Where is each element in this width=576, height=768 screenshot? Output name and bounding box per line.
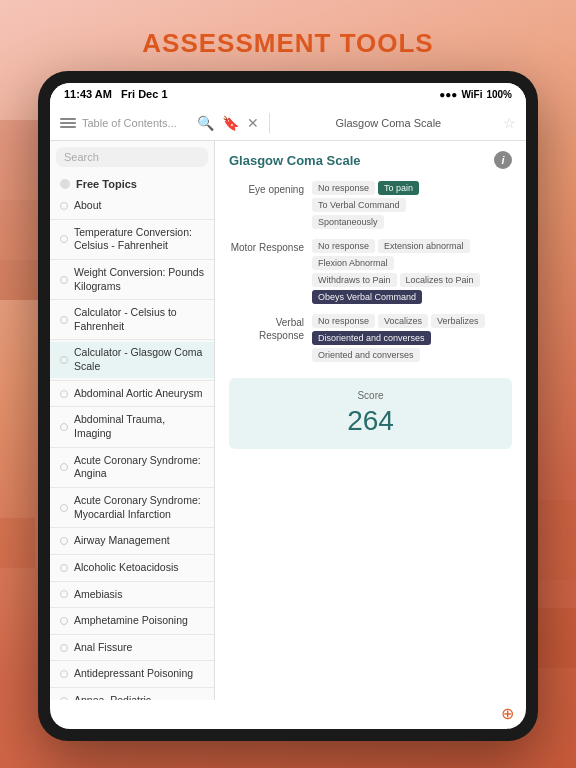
eye-opening-line-1: No response To pain To Verbal Command [312,181,512,212]
sidebar-item-13[interactable]: Anal Fissure [50,637,214,659]
signal-icon: ●●● [439,89,457,100]
sidebar-separator-3 [50,339,214,340]
toc-label[interactable]: Table of Contents... [82,117,191,129]
sidebar-separator-11 [50,607,214,608]
motor-flexion-abnormal[interactable]: Flexion Abnormal [312,256,394,270]
ipad-screen: 11:43 AM Fri Dec 1 ●●● WiFi 100% Table o… [50,83,526,729]
motor-withdraws[interactable]: Withdraws to Pain [312,273,397,287]
sidebar-section-free-topics: Free Topics [50,173,214,195]
eye-spontaneously[interactable]: Spontaneously [312,215,384,229]
sidebar-item-text-7: Acute Coronary Syndrome: Angina [74,454,204,481]
sidebar-item-11[interactable]: Amebiasis [50,584,214,606]
sidebar-item-2[interactable]: Weight Conversion: Pounds Kilograms [50,262,214,297]
nav-icons: 🔍 🔖 ✕ [197,115,259,131]
sidebar-dot-12 [60,617,68,625]
sidebar-separator-6 [50,447,214,448]
verbal-no-response[interactable]: No response [312,314,375,328]
sidebar-item-text-4: Calculator - Glasgow Coma Scale [74,346,204,373]
eye-opening-line-2: Spontaneously [312,215,512,229]
wifi-icon: WiFi [461,89,482,100]
verbal-disoriented[interactable]: Disoriented and converses [312,331,431,345]
sidebar-item-text-5: Abdominal Aortic Aneurysm [74,387,202,401]
eye-to-pain[interactable]: To pain [378,181,419,195]
sidebar-item-15[interactable]: Apnea, Pediatric [50,690,214,700]
nav-page-title: Glasgow Coma Scale [280,117,497,129]
sidebar-item-text-10: Alcoholic Ketoacidosis [74,561,178,575]
sidebar-dot-5 [60,390,68,398]
sidebar-dot-0 [60,202,68,210]
motor-extension-abnormal[interactable]: Extension abnormal [378,239,470,253]
motor-response-options: No response Extension abnormal Flexion A… [312,239,512,304]
verbal-oriented[interactable]: Oriented and converses [312,348,420,362]
sidebar-item-1[interactable]: Temperature Conversion: Celsius - Fahren… [50,222,214,257]
status-time: 11:43 AM Fri Dec 1 [64,88,168,100]
sidebar-item-text-8: Acute Coronary Syndrome: Myocardial Infa… [74,494,204,521]
sidebar-dot-14 [60,670,68,678]
eye-no-response[interactable]: No response [312,181,375,195]
section-dot [60,179,70,189]
nav-divider [269,113,270,133]
sidebar-item-8[interactable]: Acute Coronary Syndrome: Myocardial Infa… [50,490,214,525]
content-area: Search Free Topics About Temperature Con… [50,141,526,700]
sidebar-item-12[interactable]: Amphetamine Poisoning [50,610,214,632]
verbal-vocalizes[interactable]: Vocalizes [378,314,428,328]
sidebar-dot-7 [60,463,68,471]
close-icon[interactable]: ✕ [247,115,259,131]
sidebar-item-text-9: Airway Management [74,534,170,548]
sidebar-separator-12 [50,634,214,635]
sidebar-item-9[interactable]: Airway Management [50,530,214,552]
motor-no-response[interactable]: No response [312,239,375,253]
verbal-verbalizes[interactable]: Verbalizes [431,314,485,328]
sidebar-item-10[interactable]: Alcoholic Ketoacidosis [50,557,214,579]
sidebar-item-text-13: Anal Fissure [74,641,132,655]
sidebar-item-3[interactable]: Calculator - Celsius to Fahrenheit [50,302,214,337]
motor-localizes[interactable]: Localizes to Pain [400,273,480,287]
search-icon[interactable]: 🔍 [197,115,214,131]
sidebar-dot-4 [60,356,68,364]
menu-icon[interactable] [60,118,76,128]
bookmark-icon[interactable]: ☆ [503,115,516,131]
sidebar-separator-2 [50,299,214,300]
verbal-response-options: No response Vocalizes Verbalizes Disorie… [312,314,512,362]
sidebar-item-text-12: Amphetamine Poisoning [74,614,188,628]
sidebar-separator-1 [50,259,214,260]
sidebar-dot-10 [60,564,68,572]
sidebar-item-6[interactable]: Abdominal Trauma, Imaging [50,409,214,444]
motor-response-row: Motor Response No response Extension abn… [229,239,512,304]
score-value: 264 [241,405,500,437]
sidebar-item-4[interactable]: Calculator - Glasgow Coma Scale [50,342,214,377]
eye-opening-row: Eye opening No response To pain To Verba… [229,181,512,229]
sidebar-item-text-1: Temperature Conversion: Celsius - Fahren… [74,226,204,253]
score-section: Score 264 [229,378,512,449]
sidebar-dot-8 [60,504,68,512]
sidebar-separator-5 [50,406,214,407]
bottom-action-icon[interactable]: ⊕ [501,704,514,723]
sidebar-separator-7 [50,487,214,488]
sidebar-dot-11 [60,590,68,598]
main-content: Glasgow Coma Scale i Eye opening No resp… [215,141,526,700]
motor-response-label: Motor Response [229,239,304,254]
sidebar-item-text-3: Calculator - Celsius to Fahrenheit [74,306,204,333]
sidebar-item-0[interactable]: About [50,195,214,217]
eye-verbal-command[interactable]: To Verbal Command [312,198,406,212]
sidebar-item-5[interactable]: Abdominal Aortic Aneurysm [50,383,214,405]
content-title: Glasgow Coma Scale i [229,151,512,169]
bookmark-list-icon[interactable]: 🔖 [222,115,239,131]
verbal-response-label: Verbal Response [229,314,304,342]
sidebar-dot-9 [60,537,68,545]
sidebar-item-text-11: Amebiasis [74,588,122,602]
section-label: Free Topics [76,178,137,190]
sidebar-dot-2 [60,276,68,284]
sidebar-item-14[interactable]: Antidepressant Poisoning [50,663,214,685]
page-title: ASSESSMENT TOOLS [142,28,433,59]
sidebar-separator-0 [50,219,214,220]
info-icon[interactable]: i [494,151,512,169]
sidebar-item-7[interactable]: Acute Coronary Syndrome: Angina [50,450,214,485]
motor-obeys-verbal[interactable]: Obeys Verbal Command [312,290,422,304]
sidebar-dot-13 [60,644,68,652]
search-box[interactable]: Search [56,147,208,167]
nav-bar: Table of Contents... 🔍 🔖 ✕ Glasgow Coma … [50,105,526,141]
score-label: Score [241,390,500,401]
verbal-line-2: Disoriented and converses Oriented and c… [312,331,512,362]
motor-line-3: Obeys Verbal Command [312,290,512,304]
